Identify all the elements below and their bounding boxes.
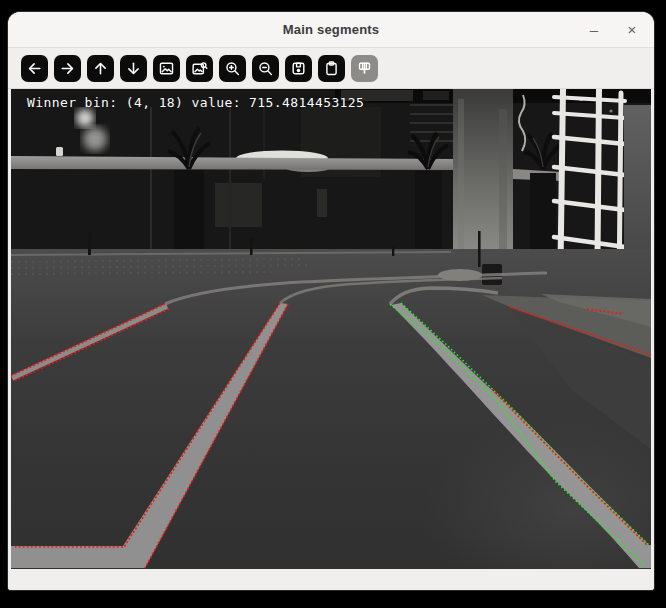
scene-ceiling-light-patch (423, 91, 449, 100)
arrow-up-icon (92, 60, 109, 77)
pan-up-button[interactable] (87, 55, 114, 82)
camera-scene (11, 89, 651, 569)
display-properties-icon (356, 60, 373, 77)
image-viewport[interactable]: Winner bin: (4, 18) value: 715.481445312… (11, 89, 651, 569)
zoom-region-button[interactable] (186, 55, 213, 82)
zoom-out-icon (257, 60, 274, 77)
arrow-down-icon (125, 60, 142, 77)
pan-down-button[interactable] (120, 55, 147, 82)
arrow-left-icon (26, 60, 43, 77)
window-controls: – × (582, 12, 644, 47)
pan-right-button[interactable] (54, 55, 81, 82)
pan-left-button[interactable] (21, 55, 48, 82)
copy-button[interactable] (318, 55, 345, 82)
zoom-out-button[interactable] (252, 55, 279, 82)
properties-button[interactable] (351, 55, 378, 82)
arrow-right-icon (59, 60, 76, 77)
status-bar (8, 569, 654, 590)
screen: Main segments – × (0, 0, 666, 608)
save-button[interactable] (285, 55, 312, 82)
toolbar (8, 48, 654, 89)
zoom-in-icon (224, 60, 241, 77)
image-zoom-icon (191, 60, 208, 77)
clipboard-icon (323, 60, 340, 77)
main-window: Main segments – × (8, 12, 654, 590)
winner-bin-text: Winner bin: (4, 18) value: 715.481445312… (27, 95, 364, 110)
image-icon (158, 60, 175, 77)
scene-cup (56, 147, 63, 156)
zoom-in-button[interactable] (219, 55, 246, 82)
window-title: Main segments (283, 22, 380, 37)
zoom-actual-size-button[interactable] (153, 55, 180, 82)
scene-pillar (453, 89, 513, 261)
close-button[interactable]: × (620, 18, 644, 42)
save-icon (290, 60, 307, 77)
minimize-button[interactable]: – (582, 18, 606, 42)
title-bar[interactable]: Main segments – × (8, 12, 654, 48)
